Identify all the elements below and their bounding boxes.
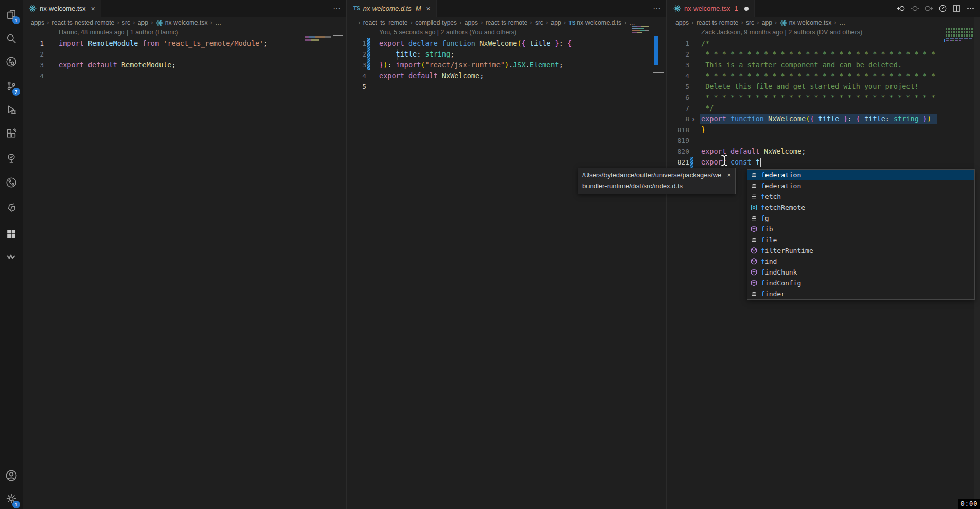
code-line[interactable]: export declare function NxWelcome({ titl… xyxy=(379,38,572,49)
line-number[interactable]: 7 xyxy=(667,103,689,114)
line-number[interactable]: 3 xyxy=(21,60,44,70)
code-line[interactable]: export const f xyxy=(701,157,760,168)
react-file-icon xyxy=(780,19,788,27)
circle-icon[interactable] xyxy=(911,4,919,13)
editor-tab[interactable]: nx-welcome.tsx× xyxy=(23,0,101,17)
suggestion-item[interactable]: fetch xyxy=(747,191,974,202)
suggestion-item[interactable]: file xyxy=(747,234,974,245)
suggestion-item-selected[interactable]: federation xyxy=(747,170,974,180)
code-line[interactable]: */ xyxy=(701,103,714,114)
suggestion-item[interactable]: filterRuntime xyxy=(747,245,974,256)
breadcrumb-item[interactable]: apps xyxy=(675,19,689,26)
code-line[interactable]: export function NxWelcome({ title }: { t… xyxy=(701,114,931,124)
code-line[interactable]: This is a starter component and can be d… xyxy=(701,60,902,70)
activity-bar-git-graph-icon[interactable] xyxy=(0,171,23,194)
pane-divider[interactable] xyxy=(346,0,347,509)
breadcrumb-item[interactable]: … xyxy=(839,19,845,26)
pane-divider[interactable] xyxy=(666,0,667,509)
next-change-icon[interactable] xyxy=(924,4,933,13)
activity-bar-source-control-icon[interactable]: 7 xyxy=(0,75,23,97)
activity-bar-extensions-icon[interactable] xyxy=(0,122,23,145)
breadcrumb-item[interactable]: app xyxy=(551,19,561,26)
more-actions-icon[interactable]: ⋯ xyxy=(333,4,341,13)
dirty-indicator-icon[interactable] xyxy=(744,7,749,11)
suggestion-item[interactable]: fg xyxy=(747,213,974,224)
suggestion-item[interactable]: findConfig xyxy=(747,278,974,288)
line-number[interactable]: 1 xyxy=(21,38,44,49)
breadcrumb-item[interactable]: src xyxy=(122,19,130,26)
breadcrumb-item[interactable]: src xyxy=(535,19,543,26)
suggestion-item[interactable]: finder xyxy=(747,288,974,299)
activity-bar-tree-icon[interactable] xyxy=(0,147,23,170)
breadcrumb-item[interactable]: react-ts-remote xyxy=(486,19,527,26)
editor-tab[interactable]: TSnx-welcome.d.tsM× xyxy=(348,0,437,17)
code-line[interactable]: import RemoteModule from 'react_ts_remot… xyxy=(59,38,268,49)
activity-bar-run-debug-icon[interactable] xyxy=(0,98,23,121)
breadcrumb-item[interactable]: nx-welcome.tsx xyxy=(780,19,832,27)
fold-chevron-icon[interactable]: › xyxy=(692,114,694,124)
line-number[interactable]: 821 xyxy=(667,157,689,168)
breadcrumb-item[interactable]: react-ts-remote xyxy=(697,19,738,26)
code-line[interactable]: * * * * * * * * * * * * * * * * * * * * … xyxy=(701,49,935,60)
activity-bar-search-icon[interactable] xyxy=(0,27,23,50)
activity-badge: 7 xyxy=(12,88,20,96)
breadcrumb-item[interactable]: react_ts_remote xyxy=(363,19,408,26)
line-number[interactable]: 1 xyxy=(667,38,689,49)
close-icon[interactable]: × xyxy=(727,170,731,180)
line-number[interactable]: 2 xyxy=(21,49,44,60)
line-number[interactable]: 8 xyxy=(667,114,689,124)
activity-bar-gitlens-icon[interactable] xyxy=(0,50,23,73)
suggestion-item[interactable]: fib xyxy=(747,224,974,234)
prev-change-icon[interactable] xyxy=(897,4,905,13)
breadcrumb-item[interactable]: … xyxy=(215,19,221,26)
close-icon[interactable]: × xyxy=(91,5,95,13)
suggestion-item[interactable]: fetchRemote xyxy=(747,202,974,213)
text-cursor xyxy=(760,158,761,167)
code-line[interactable]: export default RemoteModule; xyxy=(59,60,176,70)
history-icon[interactable] xyxy=(938,4,947,13)
breadcrumb-item[interactable]: … xyxy=(629,19,635,26)
code-line[interactable]: export default NxWelcome; xyxy=(379,70,484,81)
activity-bar-hexagon-logo-icon[interactable] xyxy=(0,196,23,219)
activity-bar-grid-icon[interactable] xyxy=(0,223,23,245)
activity-bar-files-icon[interactable]: 1 xyxy=(0,3,23,26)
breadcrumb-item[interactable]: app xyxy=(138,19,148,26)
line-number[interactable]: 6 xyxy=(667,92,689,103)
line-number[interactable]: 5 xyxy=(667,81,689,92)
code-line[interactable]: }): import("react/jsx-runtime").JSX.Elem… xyxy=(379,60,563,70)
code-line[interactable]: /* xyxy=(701,38,709,49)
line-number[interactable]: 818 xyxy=(667,124,689,135)
editor-tab[interactable]: nx-welcome.tsx1 xyxy=(668,0,755,17)
code-line[interactable]: * * * * * * * * * * * * * * * * * * * * … xyxy=(701,92,935,103)
breadcrumb-item[interactable]: nx-welcome.tsx xyxy=(156,19,208,27)
code-line[interactable]: * * * * * * * * * * * * * * * * * * * * … xyxy=(701,70,935,81)
breadcrumb-item[interactable]: app xyxy=(762,19,772,26)
line-number[interactable]: 819 xyxy=(667,135,689,146)
line-number[interactable]: 4 xyxy=(21,70,44,81)
suggestion-item[interactable]: findChunk xyxy=(747,267,974,278)
activity-bar-squiggle-icon[interactable] xyxy=(0,246,23,268)
code-line[interactable]: export default NxWelcome; xyxy=(701,146,806,157)
breadcrumb-item[interactable]: compiled-types xyxy=(415,19,457,26)
activity-bar-settings-gear-icon[interactable]: 1 xyxy=(0,487,23,509)
activity-bar-account-icon[interactable] xyxy=(0,464,23,487)
breadcrumb-item[interactable]: apps xyxy=(31,19,44,26)
breadcrumb-item[interactable]: react-ts-nested-remote xyxy=(52,19,114,26)
close-icon[interactable]: × xyxy=(426,5,431,13)
more-actions-icon[interactable] xyxy=(966,4,975,13)
suggestion-item[interactable]: find xyxy=(747,256,974,267)
breadcrumb-item[interactable]: TSnx-welcome.d.ts xyxy=(569,19,621,26)
suggestion-item[interactable]: federation xyxy=(747,180,974,191)
line-number[interactable]: 3 xyxy=(667,60,689,70)
code-line[interactable]: title: string; xyxy=(379,49,454,60)
more-actions-icon[interactable]: ⋯ xyxy=(653,4,661,13)
split-editor-icon[interactable] xyxy=(952,4,961,13)
code-line[interactable]: Delete this file and get started with yo… xyxy=(701,81,919,92)
breadcrumb-item[interactable]: apps xyxy=(465,19,478,26)
line-number[interactable]: 2 xyxy=(667,49,689,60)
code-line[interactable]: } xyxy=(701,124,705,135)
line-number[interactable]: 4 xyxy=(667,70,689,81)
breadcrumb-item[interactable]: src xyxy=(746,19,754,26)
line-number[interactable]: 820 xyxy=(667,146,689,157)
suggestion-label: findChunk xyxy=(761,268,797,276)
